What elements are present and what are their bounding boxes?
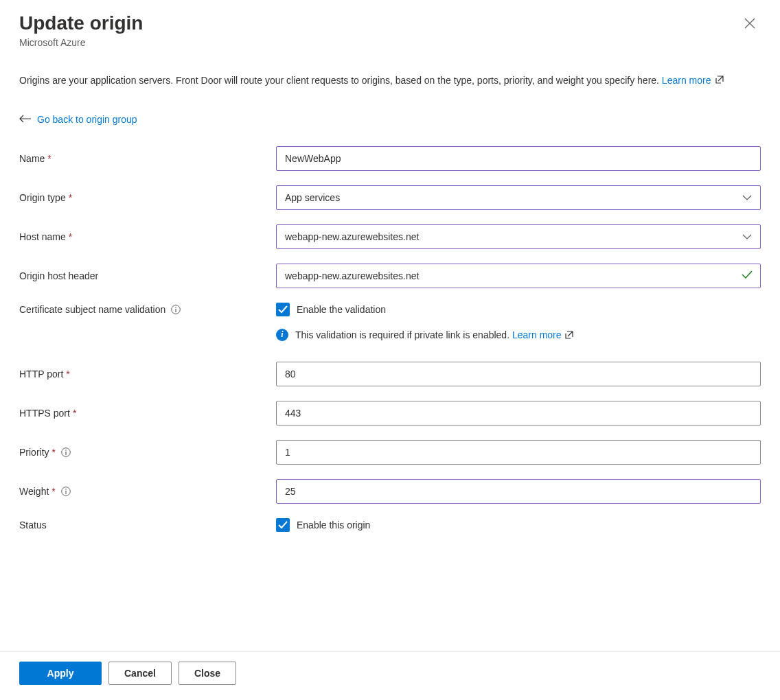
back-link[interactable]: Go back to origin group bbox=[37, 114, 137, 125]
name-input[interactable] bbox=[276, 146, 761, 171]
page-title: Update origin bbox=[19, 12, 143, 34]
required-indicator: * bbox=[51, 486, 55, 497]
external-link-icon bbox=[715, 75, 724, 84]
enable-validation-label: Enable the validation bbox=[297, 304, 386, 315]
svg-rect-5 bbox=[65, 452, 66, 455]
external-link-icon bbox=[564, 330, 574, 340]
close-button[interactable] bbox=[739, 12, 761, 34]
https-port-input[interactable] bbox=[276, 401, 761, 425]
origin-host-header-label: Origin host header bbox=[19, 270, 98, 281]
host-name-select[interactable]: webapp-new.azurewebsites.net bbox=[276, 224, 761, 249]
name-label: Name bbox=[19, 153, 45, 164]
enable-validation-checkbox[interactable] bbox=[276, 303, 290, 316]
enable-origin-label: Enable this origin bbox=[297, 520, 370, 530]
host-name-label: Host name bbox=[19, 231, 66, 242]
svg-point-7 bbox=[65, 489, 67, 490]
required-indicator: * bbox=[66, 369, 69, 380]
required-indicator: * bbox=[73, 408, 76, 419]
weight-label: Weight bbox=[19, 486, 49, 497]
origin-host-header-input[interactable] bbox=[276, 264, 761, 288]
info-icon[interactable] bbox=[61, 447, 71, 457]
status-label: Status bbox=[19, 520, 47, 530]
page-subtitle: Microsoft Azure bbox=[19, 37, 143, 48]
learn-more-link[interactable]: Learn more bbox=[662, 75, 711, 86]
cancel-button[interactable]: Cancel bbox=[108, 662, 172, 685]
origin-type-label: Origin type bbox=[19, 192, 66, 203]
svg-point-1 bbox=[175, 307, 176, 308]
description-text: Origins are your application servers. Fr… bbox=[19, 74, 761, 88]
info-badge-icon: i bbox=[276, 329, 288, 341]
http-port-label: HTTP port bbox=[19, 369, 63, 380]
required-indicator: * bbox=[47, 153, 51, 164]
svg-rect-2 bbox=[176, 309, 176, 312]
https-port-label: HTTPS port bbox=[19, 408, 70, 419]
cert-info-text: This validation is required if private l… bbox=[295, 329, 509, 340]
priority-input[interactable] bbox=[276, 440, 761, 465]
back-arrow-icon bbox=[19, 114, 32, 126]
chevron-down-icon bbox=[742, 231, 752, 242]
weight-input[interactable] bbox=[276, 479, 761, 504]
apply-button[interactable]: Apply bbox=[19, 662, 102, 685]
info-icon[interactable] bbox=[61, 487, 71, 496]
priority-label: Priority bbox=[19, 447, 49, 458]
required-indicator: * bbox=[69, 192, 72, 203]
close-icon bbox=[744, 18, 755, 29]
info-icon[interactable] bbox=[171, 305, 181, 314]
origin-type-select[interactable]: App services bbox=[276, 185, 761, 210]
http-port-input[interactable] bbox=[276, 362, 761, 386]
enable-origin-checkbox[interactable] bbox=[276, 518, 290, 532]
required-indicator: * bbox=[52, 447, 56, 458]
required-indicator: * bbox=[69, 231, 72, 242]
cert-learn-more-link[interactable]: Learn more bbox=[512, 329, 562, 340]
chevron-down-icon bbox=[742, 192, 752, 203]
cert-validation-label: Certificate subject name validation bbox=[19, 304, 165, 315]
svg-point-4 bbox=[65, 450, 67, 451]
close-button-footer[interactable]: Close bbox=[179, 662, 236, 685]
svg-rect-8 bbox=[65, 491, 66, 494]
